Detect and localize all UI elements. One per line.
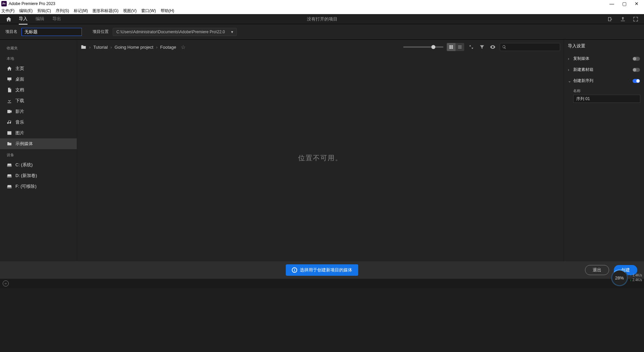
drive-icon	[7, 162, 12, 168]
quick-export-icon[interactable]	[607, 16, 613, 22]
menu-item[interactable]: 剪辑(C)	[37, 8, 51, 14]
image-icon	[7, 130, 12, 136]
panel-title: 导入设置	[568, 43, 640, 49]
minimize-button[interactable]: —	[609, 1, 614, 6]
setting-label: 新建素材箱	[573, 67, 593, 73]
project-settings-row: 项目名 项目位置 C:\Users\Administrator\Document…	[0, 24, 644, 40]
sidebar-item[interactable]: D: (新加卷)	[0, 170, 77, 181]
breadcrumb: › Tutorial › Going Home project › Footag…	[80, 44, 185, 50]
app-toolbar: 导入编辑导出 没有打开的项目	[0, 14, 644, 24]
search-box[interactable]	[500, 43, 560, 51]
project-status-title: 没有打开的项目	[307, 16, 337, 22]
sidebar-local-label: 本地	[0, 53, 77, 63]
sidebar-item[interactable]: 图片	[0, 128, 77, 138]
menu-item[interactable]: 窗口(W)	[141, 8, 156, 14]
sidebar-item-label: 下载	[15, 98, 24, 104]
info-icon: i	[292, 267, 297, 273]
setting-row[interactable]: ⌄创建新序列	[568, 75, 640, 86]
menu-item[interactable]: 编辑(E)	[19, 8, 33, 14]
network-percent: 28%	[611, 269, 628, 286]
close-button[interactable]: ✕	[635, 1, 639, 6]
sidebar-devices-label: 设备	[0, 149, 77, 160]
menu-bar: 文件(F)编辑(E)剪辑(C)序列(S)标记(M)图形和标题(G)视图(V)窗口…	[0, 7, 644, 14]
home-icon[interactable]	[5, 16, 12, 22]
sidebar-item-label: F: (可移除)	[15, 183, 37, 189]
thumbnail-zoom-slider[interactable]	[403, 46, 443, 48]
fullscreen-icon[interactable]	[633, 16, 639, 22]
creative-cloud-icon[interactable]: ∞	[3, 280, 9, 287]
project-location-dropdown[interactable]: C:\Users\Administrator\Documents\Adobe\P…	[113, 28, 237, 36]
setting-toggle[interactable]	[633, 79, 640, 83]
favorite-star-icon[interactable]: ☆	[181, 44, 185, 50]
sidebar-item-label: 文档	[15, 87, 24, 93]
bottom-action-bar: i 选择用于创建新项目的媒体 退出 创建	[0, 261, 644, 279]
sidebar-item[interactable]: 影片	[0, 106, 77, 117]
breadcrumb-item[interactable]: Footage	[160, 45, 176, 50]
breadcrumb-item[interactable]: Going Home project	[115, 45, 154, 50]
sidebar-item-label: 示例媒体	[15, 141, 33, 147]
sidebar-item-label: 图片	[15, 130, 24, 136]
share-icon[interactable]	[620, 16, 626, 22]
sidebar-item[interactable]: 示例媒体	[0, 138, 77, 149]
folder-icon[interactable]	[80, 44, 87, 50]
chevron-right-icon: ›	[568, 68, 572, 72]
sort-button[interactable]	[468, 43, 475, 51]
menu-item[interactable]: 标记(M)	[74, 8, 88, 14]
sidebar-item-label: D: (新加卷)	[15, 173, 37, 179]
window-titlebar: Pr Adobe Premiere Pro 2023 — ▢ ✕	[0, 0, 644, 7]
workspace-tab[interactable]: 导出	[52, 14, 61, 25]
workspace-tab[interactable]: 导入	[19, 14, 28, 25]
project-location-label: 项目位置	[93, 29, 109, 35]
menu-item[interactable]: 序列(S)	[56, 8, 69, 14]
browser-empty-message: 位置不可用。	[77, 54, 564, 261]
sidebar-item-label: 桌面	[15, 76, 24, 82]
list-view-button[interactable]	[455, 43, 464, 51]
sidebar-item[interactable]: F: (可移除)	[0, 181, 77, 192]
menu-item[interactable]: 视图(V)	[123, 8, 137, 14]
maximize-button[interactable]: ▢	[622, 1, 627, 6]
sidebar-item[interactable]: 文档	[0, 85, 77, 95]
status-bar: ∞ 28% 1.4K/s 2.4K/s	[0, 279, 644, 288]
menu-item[interactable]: 文件(F)	[1, 8, 14, 14]
window-title: Adobe Premiere Pro 2023	[9, 1, 55, 6]
setting-row[interactable]: ›复制媒体	[568, 53, 640, 64]
drive-icon	[7, 173, 12, 178]
setting-toggle[interactable]	[633, 57, 640, 61]
sequence-name-label: 名称	[573, 88, 640, 93]
project-location-value: C:\Users\Administrator\Documents\Adobe\P…	[116, 30, 225, 34]
workspace-tab[interactable]: 编辑	[36, 14, 44, 25]
setting-row[interactable]: ›新建素材箱	[568, 64, 640, 75]
folder-icon	[7, 141, 12, 146]
sidebar-item[interactable]: C: (系统)	[0, 160, 77, 170]
sidebar-item-label: 主页	[15, 65, 24, 72]
setting-toggle[interactable]	[633, 68, 640, 72]
info-text: 选择用于创建新项目的媒体	[300, 267, 352, 273]
import-settings-panel: 导入设置 ›复制媒体›新建素材箱⌄创建新序列名称	[564, 40, 644, 261]
setting-label: 创建新序列	[573, 78, 593, 84]
drive-icon	[7, 184, 12, 189]
menu-item[interactable]: 图形和标题(G)	[93, 8, 118, 14]
document-icon	[7, 87, 12, 93]
search-icon	[502, 45, 506, 49]
search-input[interactable]	[508, 45, 558, 50]
sidebar-item[interactable]: 下载	[0, 95, 77, 106]
sidebar-item-label: 影片	[15, 108, 24, 115]
chevron-down-icon: ⌄	[568, 79, 572, 83]
sidebar-item-label: 音乐	[15, 119, 24, 125]
exit-button[interactable]: 退出	[585, 265, 609, 275]
menu-item[interactable]: 帮助(H)	[161, 8, 174, 14]
chevron-right-icon: ›	[568, 56, 572, 61]
home-icon	[7, 66, 12, 71]
project-name-input[interactable]	[21, 28, 82, 36]
filter-button[interactable]	[478, 43, 486, 51]
sequence-name-input[interactable]	[573, 95, 640, 103]
sidebar-item[interactable]: 桌面	[0, 74, 77, 85]
sidebar-item[interactable]: 音乐	[0, 117, 77, 128]
sidebar-item[interactable]: 主页	[0, 63, 77, 74]
breadcrumb-item[interactable]: Tutorial	[93, 45, 108, 50]
grid-view-button[interactable]	[447, 43, 455, 51]
info-message: i 选择用于创建新项目的媒体	[286, 264, 358, 276]
media-sidebar: 收藏夹 本地 主页桌面文档下载影片音乐图片示例媒体 设备 C: (系统)D: (…	[0, 40, 77, 261]
eye-icon[interactable]	[489, 43, 496, 51]
sidebar-favorites-label: 收藏夹	[0, 42, 77, 53]
